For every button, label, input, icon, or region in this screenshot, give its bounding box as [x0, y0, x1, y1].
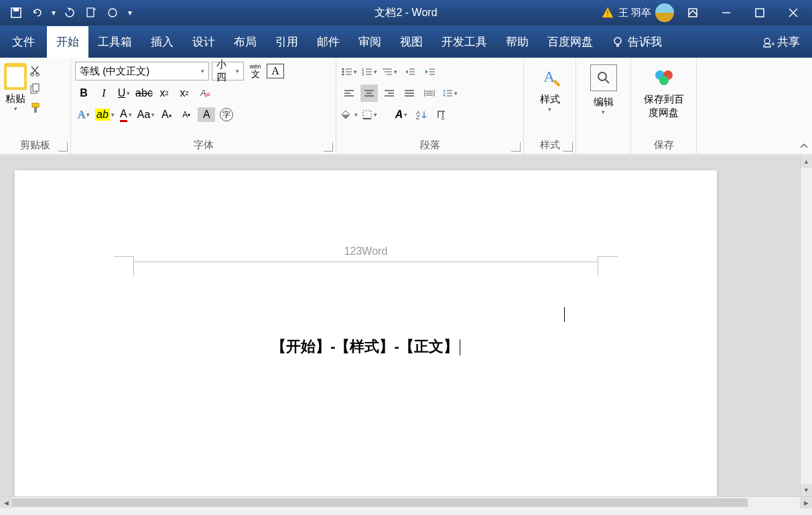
quick-access-toolbar: ▾ ▾	[0, 3, 135, 22]
tab-review[interactable]: 审阅	[349, 26, 391, 58]
distributed-icon[interactable]	[421, 84, 438, 102]
svg-point-27	[342, 74, 344, 76]
close-icon[interactable]	[779, 2, 808, 23]
page-header[interactable]: 123Word	[134, 245, 598, 262]
scroll-left-icon[interactable]: ◀	[0, 497, 12, 508]
underline-button[interactable]: U	[115, 84, 133, 102]
styles-label: 样式	[540, 93, 560, 106]
tab-help[interactable]: 帮助	[496, 26, 538, 58]
italic-button[interactable]: I	[95, 84, 113, 102]
tab-references[interactable]: 引用	[266, 26, 308, 58]
font-name-value: 等线 (中文正文)	[80, 65, 149, 78]
styles-launcher-icon[interactable]	[563, 142, 573, 152]
format-painter-icon[interactable]	[29, 102, 43, 115]
tab-home[interactable]: 开始	[47, 26, 88, 58]
phonetic-guide-icon[interactable]: wén 文	[247, 62, 264, 80]
scroll-down-icon[interactable]: ▼	[801, 484, 812, 496]
tab-baidu[interactable]: 百度网盘	[538, 26, 602, 58]
paragraph-launcher-icon[interactable]	[511, 142, 521, 152]
tab-view[interactable]: 视图	[391, 26, 432, 58]
numbering-icon[interactable]: 123	[360, 63, 378, 80]
collapse-ribbon-icon[interactable]	[799, 141, 809, 151]
baidu-cloud-icon	[652, 64, 676, 89]
tab-developer[interactable]: 开发工具	[432, 26, 496, 58]
subscript-button[interactable]: x2	[155, 84, 173, 102]
char-shading-icon[interactable]: A	[198, 107, 215, 122]
undo-dropdown-icon[interactable]: ▾	[50, 3, 58, 22]
user-name[interactable]: 王 羽卒	[618, 7, 651, 19]
ribbon-options-icon[interactable]	[678, 2, 707, 23]
font-size-combo[interactable]: 小四▾	[212, 62, 244, 80]
scroll-right-icon[interactable]: ▶	[800, 497, 812, 508]
group-clipboard-label: 剪贴板	[4, 136, 66, 153]
line-spacing-icon[interactable]	[441, 84, 458, 102]
decrease-indent-icon[interactable]	[401, 63, 418, 80]
qat-more-icon[interactable]: ▾	[125, 3, 135, 22]
paste-button[interactable]: 粘贴 ▾	[4, 60, 27, 112]
highlight-icon[interactable]: ab	[95, 106, 115, 123]
redo-icon[interactable]	[60, 3, 79, 22]
align-right-icon[interactable]	[381, 84, 398, 102]
enclose-char-icon[interactable]: 字	[218, 106, 235, 123]
bullets-icon[interactable]	[340, 63, 358, 80]
bold-button[interactable]: B	[75, 84, 92, 102]
styles-icon: A	[538, 64, 562, 89]
cut-icon[interactable]	[29, 64, 43, 78]
shading-icon[interactable]	[340, 106, 358, 123]
clear-format-icon[interactable]: A	[196, 84, 213, 102]
align-left-icon[interactable]	[340, 84, 358, 102]
increase-indent-icon[interactable]	[421, 63, 438, 80]
styles-button[interactable]: A 样式 ▾	[530, 60, 570, 113]
text-effects-icon[interactable]: A	[75, 106, 92, 123]
svg-rect-65	[363, 111, 371, 119]
tab-layout[interactable]: 布局	[224, 26, 266, 58]
scroll-up-icon[interactable]: ▲	[801, 156, 812, 168]
tab-insert[interactable]: 插入	[141, 26, 183, 58]
horizontal-scrollbar[interactable]: ◀ ▶	[0, 496, 812, 508]
touch-mode-icon[interactable]	[82, 3, 100, 22]
multilevel-icon[interactable]	[381, 63, 398, 80]
group-styles: A 样式 ▾ 样式	[524, 58, 576, 154]
tab-file[interactable]: 文件	[0, 26, 47, 58]
group-save: 保存到百度网盘 保存	[631, 58, 697, 154]
superscript-button[interactable]: x2	[176, 84, 193, 102]
strikethrough-button[interactable]: abc	[135, 84, 153, 102]
clipboard-launcher-icon[interactable]	[58, 142, 68, 152]
svg-point-3	[109, 9, 117, 17]
font-launcher-icon[interactable]	[324, 142, 333, 152]
share-button[interactable]: + 共享	[750, 26, 812, 58]
font-color-icon[interactable]: A	[117, 106, 135, 123]
grow-font-icon[interactable]: A▴	[157, 106, 175, 123]
document-body-text[interactable]: 【开始】-【样式】-【正文】	[271, 337, 460, 357]
tab-mail[interactable]: 邮件	[308, 26, 349, 58]
share-icon: +	[762, 36, 774, 48]
edit-button[interactable]: 编辑 ▾	[582, 60, 625, 115]
align-center-icon[interactable]	[360, 84, 378, 102]
shrink-font-icon[interactable]: A▾	[178, 106, 195, 123]
tab-toolbox[interactable]: 工具箱	[88, 26, 141, 58]
justify-icon[interactable]	[401, 84, 418, 102]
qat-status-icon[interactable]	[103, 3, 122, 22]
hscroll-thumb[interactable]	[12, 498, 748, 507]
save-icon[interactable]	[7, 3, 25, 22]
sort-icon[interactable]: AZ	[413, 106, 430, 123]
copy-icon[interactable]	[29, 83, 43, 97]
tell-me[interactable]: 告诉我	[602, 26, 671, 58]
vscroll-track[interactable]	[801, 168, 812, 484]
maximize-icon[interactable]	[745, 2, 774, 23]
vertical-scrollbar[interactable]: ▲ ▼	[800, 156, 812, 496]
minimize-icon[interactable]	[712, 2, 741, 23]
font-name-combo[interactable]: 等线 (中文正文)▾	[75, 62, 209, 80]
borders-icon[interactable]	[360, 106, 378, 123]
svg-text:3: 3	[362, 72, 364, 76]
undo-icon[interactable]	[28, 3, 47, 22]
char-border-icon[interactable]: A	[267, 64, 284, 78]
avatar[interactable]	[655, 3, 674, 22]
save-baidu-button[interactable]: 保存到百度网盘	[635, 60, 692, 119]
alert-icon[interactable]: !	[601, 6, 614, 19]
tab-design[interactable]: 设计	[183, 26, 224, 58]
change-case-icon[interactable]: Aa	[137, 106, 155, 123]
asian-layout-icon[interactable]: A	[393, 106, 410, 123]
show-marks-icon[interactable]	[433, 106, 450, 123]
page[interactable]: 123Word 【开始】-【样式】-【正文】	[15, 170, 717, 496]
